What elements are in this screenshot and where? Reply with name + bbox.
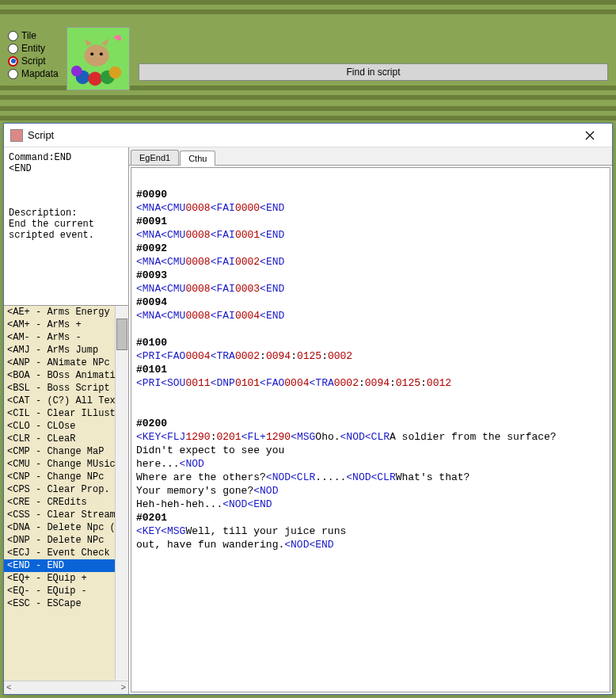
command-list-item[interactable]: <AM- - ArMs - <box>4 331 115 344</box>
command-list-item[interactable]: <CMP - Change MaP <box>4 445 115 458</box>
script-tab-egend1[interactable]: EgEnd1 <box>131 150 179 165</box>
script-line: <MNA<CMU0008<FAI0004<END <box>136 309 605 322</box>
script-line: #0200 <box>136 417 605 430</box>
command-list-item[interactable]: <CPS - Clear Prop. S <box>4 483 115 496</box>
script-tab-cthu[interactable]: Cthu <box>180 151 215 166</box>
script-line: #0100 <box>136 336 605 349</box>
command-list-item[interactable]: <CNP - Change NPc <box>4 471 115 483</box>
script-line: Where are the others?<NOD<CLR.....<NOD<C… <box>136 471 605 484</box>
command-list-item[interactable]: <CIL - Clear ILlustr <box>4 407 115 420</box>
script-line: #0101 <box>136 363 605 376</box>
svg-point-3 <box>100 52 103 55</box>
window-titlebar[interactable]: Script <box>4 124 612 147</box>
window-icon <box>10 129 23 142</box>
right-panel: EgEnd1Cthu #0090<MNA<CMU0008<FAI0000<END… <box>129 147 612 694</box>
command-list-item[interactable]: <BOA - BOss Animation <box>4 369 115 382</box>
script-line: <PRI<SOU0011<DNP0101<FAO0004<TRA0002:009… <box>136 376 605 390</box>
radio-label: Script <box>21 55 46 67</box>
command-list[interactable]: <AE+ - Arms Energy +<AM+ - ArMs +<AM- - … <box>4 306 128 694</box>
script-tabs: EgEnd1Cthu <box>129 147 612 166</box>
command-list-item[interactable]: <AM+ - ArMs + <box>4 318 115 331</box>
script-line: here...<NOD <box>136 457 605 471</box>
script-line: #0090 <box>136 188 605 201</box>
script-line: <PRI<FAO0004<TRA0002:0094:0125:0002 <box>136 349 605 363</box>
script-line <box>136 403 605 417</box>
svg-point-1 <box>84 44 108 66</box>
svg-point-2 <box>90 52 93 55</box>
script-line <box>136 174 605 188</box>
script-line: #0094 <box>136 296 605 309</box>
script-line: Your memory's gone?<NOD <box>136 484 605 498</box>
script-line: #0093 <box>136 269 605 282</box>
entity-preview-icon <box>67 27 130 90</box>
mode-radio-tile[interactable]: Tile <box>8 30 59 41</box>
command-list-item[interactable]: <EQ+ - EQuip + <box>4 572 115 585</box>
command-list-hscrollbar[interactable]: <> <box>4 681 128 694</box>
radio-icon <box>8 31 18 41</box>
command-list-item[interactable]: <DNA - Delete Npc (A <box>4 521 115 534</box>
script-line <box>136 390 605 403</box>
script-editor-window: Script Command:END <END Description: End… <box>3 123 613 695</box>
script-line: out, have fun wandering.<NOD<END <box>136 538 605 551</box>
svg-point-7 <box>108 67 121 79</box>
radio-label: Tile <box>21 30 36 41</box>
mode-radio-entity[interactable]: Entity <box>8 43 59 54</box>
script-line: <KEY<FLJ1290:0201<FL+1290<MSGOho.<NOD<CL… <box>136 430 605 444</box>
radio-label: Mapdata <box>21 68 59 79</box>
left-panel: Command:END <END Description: End the cu… <box>4 147 129 694</box>
mode-radio-script[interactable]: Script <box>8 55 59 67</box>
command-list-item[interactable]: <ANP - ANimate NPc <box>4 357 115 369</box>
command-list-item[interactable]: <BSL - Boss Script L <box>4 382 115 395</box>
radio-label: Entity <box>21 43 45 54</box>
command-list-item[interactable]: <ESC - ESCape <box>4 597 115 610</box>
script-line: <MNA<CMU0008<FAI0000<END <box>136 201 605 215</box>
radio-icon <box>8 56 18 67</box>
command-list-item[interactable]: <CMU - Change MUsic <box>4 458 115 471</box>
script-line <box>136 322 605 336</box>
mode-radio-mapdata[interactable]: Mapdata <box>8 68 59 79</box>
command-list-item[interactable]: <DNP - Delete NPc <box>4 534 115 547</box>
close-icon <box>585 131 595 140</box>
script-text-editor[interactable]: #0090<MNA<CMU0008<FAI0000<END#0091<MNA<C… <box>131 167 610 692</box>
find-label: Find in script <box>346 67 400 78</box>
script-line: #0201 <box>136 511 605 524</box>
command-list-item[interactable]: <ECJ - Event Check J <box>4 547 115 559</box>
close-button[interactable] <box>574 126 606 145</box>
command-list-item[interactable]: <AE+ - Arms Energy + <box>4 306 115 318</box>
script-line: Didn't expect to see you <box>136 444 605 457</box>
svg-point-8 <box>71 66 82 77</box>
script-line: Heh-heh-heh...<NOD<END <box>136 498 605 511</box>
command-list-item[interactable]: <EQ- - EQuip - <box>4 585 115 597</box>
radio-icon <box>8 69 18 79</box>
script-line: <KEY<MSGWell, till your juice runs <box>136 524 605 538</box>
svg-point-5 <box>88 72 102 86</box>
command-list-item[interactable]: <CRE - CREdits <box>4 496 115 509</box>
script-line: <MNA<CMU0008<FAI0002<END <box>136 255 605 269</box>
radio-icon <box>8 44 18 54</box>
find-in-script-button[interactable]: Find in script <box>139 63 608 81</box>
command-list-item[interactable]: <CLO - CLOse <box>4 420 115 433</box>
toolbar-area: TileEntityScriptMapdata Find in script <box>0 0 616 123</box>
script-line: <MNA<CMU0008<FAI0001<END <box>136 228 605 242</box>
command-list-item[interactable]: <END - END <box>4 559 115 572</box>
script-line: #0091 <box>136 215 605 228</box>
command-list-item[interactable]: <CLR - CLeaR <box>4 433 115 445</box>
window-title: Script <box>28 129 574 141</box>
command-list-item[interactable]: <CAT - (C?) All Text <box>4 395 115 407</box>
script-line: <MNA<CMU0008<FAI0003<END <box>136 282 605 296</box>
command-list-vscrollbar[interactable] <box>115 306 128 681</box>
command-info-panel: Command:END <END Description: End the cu… <box>4 147 128 306</box>
command-list-item[interactable]: <CSS - Clear Stream <box>4 509 115 521</box>
command-list-item[interactable]: <AMJ - ArMs Jump <box>4 344 115 357</box>
mode-radio-group: TileEntityScriptMapdata <box>6 25 60 84</box>
script-line: #0092 <box>136 242 605 255</box>
